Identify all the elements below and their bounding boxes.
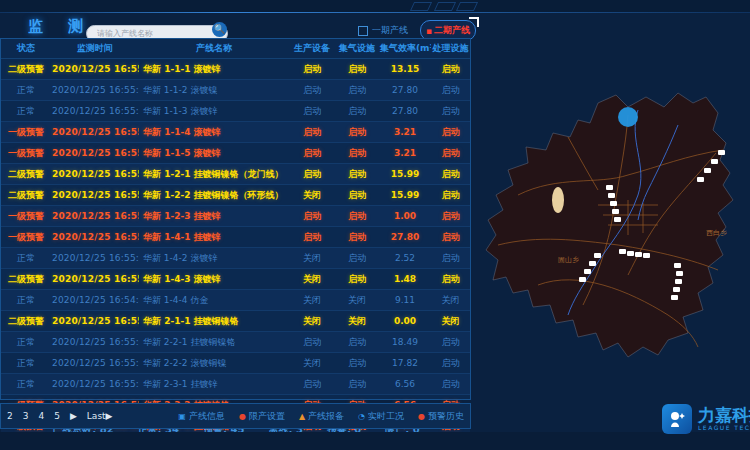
time-cell: 2020/12/25 16:55:04	[51, 269, 139, 290]
table-row[interactable]: 正常 2020/12/25 16:55:04 华新 2-2-1 挂镀铜镍铬 启动…	[1, 332, 470, 353]
map-marker[interactable]	[643, 253, 650, 258]
checkbox-icon[interactable]	[358, 26, 368, 36]
treatment-cell: 启动	[431, 374, 470, 395]
focus-circle-marker[interactable]	[618, 107, 638, 127]
status-cell: 一级预警	[1, 227, 51, 248]
table-row[interactable]: 一级预警 2020/12/25 16:55:24 华新 1-2-3 挂镀锌 启动…	[1, 206, 470, 227]
line-name-cell: 华新 1-2-2 挂镀铜镍铬（环形线）	[139, 185, 289, 206]
table-row[interactable]: 正常 2020/12/25 16:55:24 华新 1-4-2 滚镀锌 关闭 启…	[1, 248, 470, 269]
gas-facility-cell: 启动	[335, 59, 379, 80]
device-cell: 启动	[289, 59, 335, 80]
device-cell: 关闭	[289, 248, 335, 269]
map-marker[interactable]	[673, 287, 680, 292]
table-row[interactable]: 正常 2020/12/25 16:54:44 华新 1-4-4 仿金 关闭 关闭…	[1, 290, 470, 311]
toolbar-button[interactable]: ▲ 产线报备	[299, 410, 344, 423]
map-marker[interactable]	[697, 177, 704, 182]
phase1-checkbox[interactable]: 一期产线	[358, 24, 408, 37]
device-cell: 启动	[289, 374, 335, 395]
time-cell: 2020/12/25 16:55:24	[51, 143, 139, 164]
time-cell: 2020/12/25 16:55:24	[51, 59, 139, 80]
line-name-cell: 华新 1-1-2 滚镀镍	[139, 80, 289, 101]
map-marker[interactable]	[676, 271, 683, 276]
map-marker[interactable]	[627, 251, 634, 256]
table-row[interactable]: 一级预警 2020/12/25 16:55:24 华新 1-4-1 挂镀锌 启动…	[1, 227, 470, 248]
line-name-cell: 华新 1-4-3 滚镀锌	[139, 269, 289, 290]
logo-title: 力嘉科技	[698, 407, 750, 424]
line-name-cell: 华新 1-4-2 滚镀锌	[139, 248, 289, 269]
efficiency-cell: 15.99	[379, 164, 431, 185]
time-cell: 2020/12/25 16:55:04	[51, 353, 139, 374]
device-cell: 启动	[289, 227, 335, 248]
status-cell: 一级预警	[1, 143, 51, 164]
map-marker[interactable]	[579, 277, 586, 282]
table-row[interactable]: 二级预警 2020/12/25 16:55:24 华新 1-1-1 滚镀锌 启动…	[1, 59, 470, 80]
status-cell: 一级预警	[1, 122, 51, 143]
column-header: 监测时间	[51, 39, 139, 59]
time-cell: 2020/12/25 16:55:04	[51, 164, 139, 185]
efficiency-cell: 17.82	[379, 353, 431, 374]
page-number[interactable]: 4	[38, 411, 44, 421]
map-place-label: 固山乡	[558, 255, 579, 265]
time-cell: 2020/12/25 16:55:24	[51, 206, 139, 227]
table-row[interactable]: 正常 2020/12/25 16:55:24 华新 1-1-3 滚镀锌 启动 启…	[1, 101, 470, 122]
gas-facility-cell: 关闭	[335, 311, 379, 332]
map-marker[interactable]	[606, 185, 613, 190]
header-divider	[0, 12, 750, 13]
search-box: 🔍	[86, 21, 228, 38]
toolbar-button[interactable]: ◔ 实时工况	[358, 410, 404, 423]
map-marker[interactable]	[675, 279, 682, 284]
map-marker[interactable]	[711, 159, 718, 164]
gas-facility-cell: 启动	[335, 269, 379, 290]
gas-facility-cell: 启动	[335, 185, 379, 206]
toolbar-button[interactable]: ▣ 产线信息	[178, 410, 225, 423]
line-name-cell: 华新 1-2-3 挂镀锌	[139, 206, 289, 227]
map-place-label: 西白乡	[706, 228, 727, 238]
line-name-cell: 华新 1-4-1 挂镀锌	[139, 227, 289, 248]
table-row[interactable]: 一级预警 2020/12/25 16:55:24 华新 1-1-4 滚镀锌 启动…	[1, 122, 470, 143]
monitor-panel: 状态 监测时间 产线名称 生产设备 集气设施 集气效率(m³/s) 处理设施	[0, 38, 471, 400]
status-cell: 二级预警	[1, 59, 51, 80]
toolbar-button[interactable]: ● 预警历史	[418, 410, 464, 423]
page-number[interactable]: 5	[54, 411, 60, 421]
gas-facility-cell: 启动	[335, 206, 379, 227]
map-marker[interactable]	[674, 263, 681, 268]
treatment-cell: 启动	[431, 80, 470, 101]
next-page-icon[interactable]: ▶	[70, 411, 77, 421]
page-number[interactable]: 3	[23, 411, 29, 421]
table-row[interactable]: 正常 2020/12/25 16:55:24 华新 1-1-2 滚镀镍 启动 启…	[1, 80, 470, 101]
map-marker[interactable]	[704, 168, 711, 173]
time-cell: 2020/12/25 16:55:24	[51, 374, 139, 395]
efficiency-cell: 9.11	[379, 290, 431, 311]
map-marker[interactable]	[608, 193, 615, 198]
map-marker[interactable]	[718, 150, 725, 155]
map-marker[interactable]	[619, 249, 626, 254]
map-marker[interactable]	[671, 295, 678, 300]
search-icon[interactable]: 🔍	[212, 22, 227, 37]
table-row[interactable]: 一级预警 2020/12/25 16:55:24 华新 1-1-5 滚镀锌 启动…	[1, 143, 470, 164]
table-row[interactable]: 二级预警 2020/12/25 16:55:24 华新 1-2-2 挂镀铜镍铬（…	[1, 185, 470, 206]
last-page-button[interactable]: Last▶	[87, 411, 113, 421]
table-row[interactable]: 二级预警 2020/12/25 16:55:04 华新 1-2-1 挂镀铜镍铬（…	[1, 164, 470, 185]
status-cell: 二级预警	[1, 164, 51, 185]
time-cell: 2020/12/25 16:55:24	[51, 101, 139, 122]
treatment-cell: 启动	[431, 353, 470, 374]
page-number[interactable]: 2	[7, 411, 13, 421]
map-marker[interactable]	[614, 217, 621, 222]
map-marker[interactable]	[584, 269, 591, 274]
device-cell: 关闭	[289, 269, 335, 290]
map-marker[interactable]	[610, 201, 617, 206]
table-row[interactable]: 二级预警 2020/12/25 16:55:24 华新 2-1-1 挂镀铜镍铬 …	[1, 311, 470, 332]
map-marker[interactable]	[635, 252, 642, 257]
map-marker[interactable]	[594, 253, 601, 258]
table-row[interactable]: 正常 2020/12/25 16:55:04 华新 2-2-2 滚镀铜镍 关闭 …	[1, 353, 470, 374]
table-row[interactable]: 二级预警 2020/12/25 16:55:04 华新 1-4-3 滚镀锌 关闭…	[1, 269, 470, 290]
map-marker[interactable]	[589, 261, 596, 266]
efficiency-cell: 13.15	[379, 59, 431, 80]
toolbar-button[interactable]: ● 限产设置	[239, 410, 285, 423]
district-map[interactable]: 西白乡固山乡	[478, 55, 750, 403]
treatment-cell: 启动	[431, 227, 470, 248]
table-row[interactable]: 正常 2020/12/25 16:55:24 华新 2-3-1 挂镀锌 启动 启…	[1, 374, 470, 395]
map-marker[interactable]	[612, 209, 619, 214]
device-cell: 启动	[289, 80, 335, 101]
status-cell: 正常	[1, 248, 51, 269]
